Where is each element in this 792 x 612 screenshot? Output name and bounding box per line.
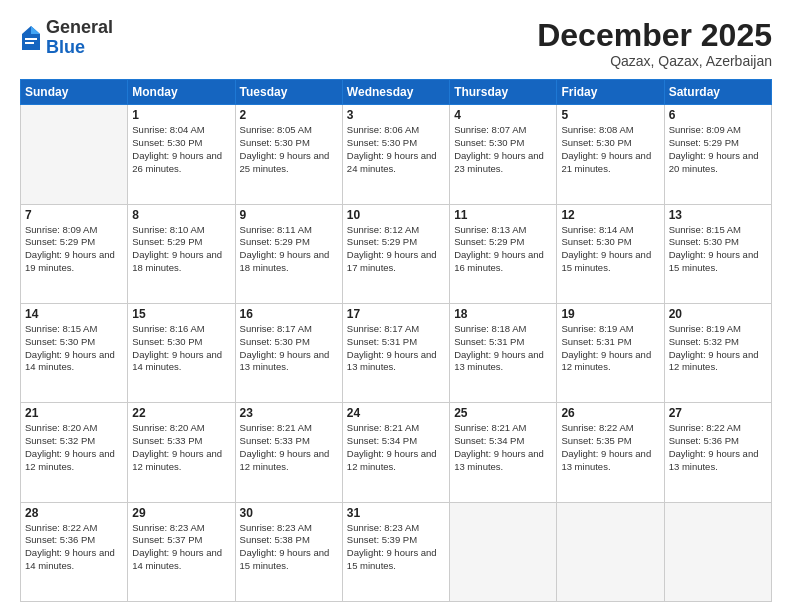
sunrise-text: Sunrise: 8:23 AM: [132, 522, 230, 535]
calendar-cell: 28Sunrise: 8:22 AMSunset: 5:36 PMDayligh…: [21, 502, 128, 601]
sunrise-text: Sunrise: 8:21 AM: [240, 422, 338, 435]
day-number: 11: [454, 208, 552, 222]
calendar-cell: 7Sunrise: 8:09 AMSunset: 5:29 PMDaylight…: [21, 204, 128, 303]
column-header-sunday: Sunday: [21, 80, 128, 105]
daylight-text: Daylight: 9 hours and 13 minutes.: [347, 349, 445, 375]
calendar-cell: 8Sunrise: 8:10 AMSunset: 5:29 PMDaylight…: [128, 204, 235, 303]
daylight-text: Daylight: 9 hours and 13 minutes.: [669, 448, 767, 474]
sunset-text: Sunset: 5:30 PM: [240, 336, 338, 349]
daylight-text: Daylight: 9 hours and 12 minutes.: [347, 448, 445, 474]
sunrise-text: Sunrise: 8:09 AM: [25, 224, 123, 237]
day-number: 30: [240, 506, 338, 520]
calendar-cell: 30Sunrise: 8:23 AMSunset: 5:38 PMDayligh…: [235, 502, 342, 601]
sunset-text: Sunset: 5:37 PM: [132, 534, 230, 547]
sunset-text: Sunset: 5:29 PM: [25, 236, 123, 249]
header: General Blue December 2025 Qazax, Qazax,…: [20, 18, 772, 69]
calendar-cell: 17Sunrise: 8:17 AMSunset: 5:31 PMDayligh…: [342, 303, 449, 402]
sunrise-text: Sunrise: 8:22 AM: [669, 422, 767, 435]
calendar-cell: 20Sunrise: 8:19 AMSunset: 5:32 PMDayligh…: [664, 303, 771, 402]
daylight-text: Daylight: 9 hours and 13 minutes.: [454, 349, 552, 375]
daylight-text: Daylight: 9 hours and 15 minutes.: [669, 249, 767, 275]
column-header-friday: Friday: [557, 80, 664, 105]
logo-icon: [20, 24, 42, 52]
day-number: 26: [561, 406, 659, 420]
title-block: December 2025 Qazax, Qazax, Azerbaijan: [537, 18, 772, 69]
calendar-cell: 3Sunrise: 8:06 AMSunset: 5:30 PMDaylight…: [342, 105, 449, 204]
calendar-cell: 11Sunrise: 8:13 AMSunset: 5:29 PMDayligh…: [450, 204, 557, 303]
sunset-text: Sunset: 5:31 PM: [347, 336, 445, 349]
sunset-text: Sunset: 5:29 PM: [454, 236, 552, 249]
day-number: 4: [454, 108, 552, 122]
sunset-text: Sunset: 5:34 PM: [454, 435, 552, 448]
calendar-cell: 13Sunrise: 8:15 AMSunset: 5:30 PMDayligh…: [664, 204, 771, 303]
column-header-thursday: Thursday: [450, 80, 557, 105]
sunset-text: Sunset: 5:30 PM: [25, 336, 123, 349]
sunrise-text: Sunrise: 8:08 AM: [561, 124, 659, 137]
daylight-text: Daylight: 9 hours and 13 minutes.: [561, 448, 659, 474]
calendar-week-1: 1Sunrise: 8:04 AMSunset: 5:30 PMDaylight…: [21, 105, 772, 204]
sunset-text: Sunset: 5:34 PM: [347, 435, 445, 448]
sunrise-text: Sunrise: 8:22 AM: [25, 522, 123, 535]
day-number: 2: [240, 108, 338, 122]
sunset-text: Sunset: 5:30 PM: [347, 137, 445, 150]
sunset-text: Sunset: 5:29 PM: [347, 236, 445, 249]
calendar-cell: 4Sunrise: 8:07 AMSunset: 5:30 PMDaylight…: [450, 105, 557, 204]
sunrise-text: Sunrise: 8:05 AM: [240, 124, 338, 137]
sunrise-text: Sunrise: 8:16 AM: [132, 323, 230, 336]
daylight-text: Daylight: 9 hours and 20 minutes.: [669, 150, 767, 176]
sunrise-text: Sunrise: 8:23 AM: [240, 522, 338, 535]
sunrise-text: Sunrise: 8:17 AM: [240, 323, 338, 336]
calendar-cell: 22Sunrise: 8:20 AMSunset: 5:33 PMDayligh…: [128, 403, 235, 502]
calendar-cell: 27Sunrise: 8:22 AMSunset: 5:36 PMDayligh…: [664, 403, 771, 502]
day-number: 31: [347, 506, 445, 520]
sunset-text: Sunset: 5:30 PM: [454, 137, 552, 150]
calendar-week-2: 7Sunrise: 8:09 AMSunset: 5:29 PMDaylight…: [21, 204, 772, 303]
daylight-text: Daylight: 9 hours and 12 minutes.: [132, 448, 230, 474]
daylight-text: Daylight: 9 hours and 19 minutes.: [25, 249, 123, 275]
daylight-text: Daylight: 9 hours and 15 minutes.: [240, 547, 338, 573]
sunset-text: Sunset: 5:32 PM: [25, 435, 123, 448]
daylight-text: Daylight: 9 hours and 24 minutes.: [347, 150, 445, 176]
day-number: 17: [347, 307, 445, 321]
day-number: 25: [454, 406, 552, 420]
sunset-text: Sunset: 5:32 PM: [669, 336, 767, 349]
sunset-text: Sunset: 5:29 PM: [132, 236, 230, 249]
logo-general-text: General: [46, 18, 113, 38]
day-number: 9: [240, 208, 338, 222]
daylight-text: Daylight: 9 hours and 12 minutes.: [561, 349, 659, 375]
day-number: 15: [132, 307, 230, 321]
calendar-cell: 25Sunrise: 8:21 AMSunset: 5:34 PMDayligh…: [450, 403, 557, 502]
sunrise-text: Sunrise: 8:21 AM: [347, 422, 445, 435]
sunrise-text: Sunrise: 8:20 AM: [25, 422, 123, 435]
sunset-text: Sunset: 5:38 PM: [240, 534, 338, 547]
day-number: 12: [561, 208, 659, 222]
calendar-cell: 29Sunrise: 8:23 AMSunset: 5:37 PMDayligh…: [128, 502, 235, 601]
logo: General Blue: [20, 18, 113, 58]
sunset-text: Sunset: 5:30 PM: [561, 236, 659, 249]
day-number: 3: [347, 108, 445, 122]
page: General Blue December 2025 Qazax, Qazax,…: [0, 0, 792, 612]
location: Qazax, Qazax, Azerbaijan: [537, 53, 772, 69]
sunset-text: Sunset: 5:36 PM: [669, 435, 767, 448]
daylight-text: Daylight: 9 hours and 18 minutes.: [240, 249, 338, 275]
calendar-cell: 5Sunrise: 8:08 AMSunset: 5:30 PMDaylight…: [557, 105, 664, 204]
calendar-cell: 9Sunrise: 8:11 AMSunset: 5:29 PMDaylight…: [235, 204, 342, 303]
calendar-cell: 14Sunrise: 8:15 AMSunset: 5:30 PMDayligh…: [21, 303, 128, 402]
sunrise-text: Sunrise: 8:09 AM: [669, 124, 767, 137]
sunrise-text: Sunrise: 8:21 AM: [454, 422, 552, 435]
daylight-text: Daylight: 9 hours and 12 minutes.: [669, 349, 767, 375]
daylight-text: Daylight: 9 hours and 25 minutes.: [240, 150, 338, 176]
calendar-cell: 15Sunrise: 8:16 AMSunset: 5:30 PMDayligh…: [128, 303, 235, 402]
calendar-week-5: 28Sunrise: 8:22 AMSunset: 5:36 PMDayligh…: [21, 502, 772, 601]
sunset-text: Sunset: 5:29 PM: [240, 236, 338, 249]
calendar-week-3: 14Sunrise: 8:15 AMSunset: 5:30 PMDayligh…: [21, 303, 772, 402]
daylight-text: Daylight: 9 hours and 17 minutes.: [347, 249, 445, 275]
column-header-saturday: Saturday: [664, 80, 771, 105]
sunset-text: Sunset: 5:31 PM: [561, 336, 659, 349]
day-number: 7: [25, 208, 123, 222]
day-number: 24: [347, 406, 445, 420]
sunrise-text: Sunrise: 8:10 AM: [132, 224, 230, 237]
sunset-text: Sunset: 5:33 PM: [240, 435, 338, 448]
day-number: 13: [669, 208, 767, 222]
sunrise-text: Sunrise: 8:17 AM: [347, 323, 445, 336]
